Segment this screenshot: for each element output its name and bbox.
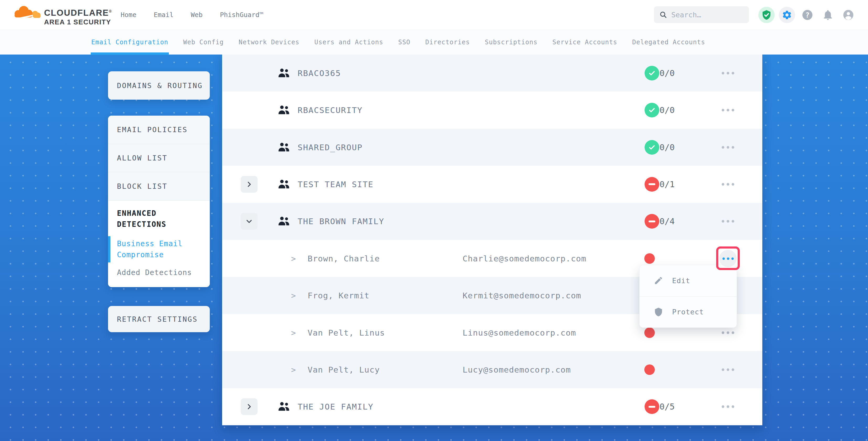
notifications-button[interactable]	[820, 7, 836, 23]
sidebar-item-label: EMAIL POLICIES	[117, 126, 188, 134]
settings-button[interactable]	[779, 7, 795, 23]
enhanced-detections-title[interactable]: ENHANCED DETECTIONS	[117, 208, 201, 230]
table-row: RBACSECURITY 0/0	[222, 92, 762, 128]
group-icon	[278, 104, 290, 116]
status-blocked-icon	[645, 177, 659, 192]
header-icons: ?	[758, 0, 857, 30]
member-chevron: >	[291, 365, 296, 374]
group-icon	[278, 401, 290, 412]
sidebar-item-allow-list[interactable]: ALLOW LIST	[108, 144, 210, 172]
cloudflare-logo[interactable]: CLOUDFLARE® AREA 1 SECURITY	[11, 2, 112, 25]
chevron-right-icon	[245, 181, 253, 188]
group-icon	[278, 141, 290, 153]
table-row: RBACO365 0/0	[222, 55, 762, 92]
tab-delegated-accounts[interactable]: Delegated Accounts	[632, 30, 705, 55]
protected-count: 0/4	[659, 216, 675, 226]
row-actions-button[interactable]	[717, 103, 739, 118]
protected-count: 0/5	[659, 402, 675, 412]
group-name: SHARED_GROUP	[298, 143, 363, 152]
pencil-icon	[654, 276, 663, 285]
tab-email-configuration[interactable]: Email Configuration	[91, 30, 168, 55]
protection-status-button[interactable]	[758, 7, 775, 23]
chevron-right-icon	[245, 403, 253, 410]
sidebar-item-label: BLOCK LIST	[117, 182, 167, 190]
brand-name: CLOUDFLARE	[44, 8, 109, 18]
avatar-icon	[842, 9, 855, 21]
table-row: > Van Pelt, Lucy Lucy@somedemocorp.com	[222, 351, 762, 388]
sidebar-item-label: DOMAINS & ROUTING	[117, 82, 203, 90]
menu-item-label: Protect	[672, 308, 704, 316]
sub-brand: AREA 1 SECURITY	[44, 19, 112, 25]
row-actions-button-active[interactable]	[719, 250, 737, 267]
member-chevron: >	[291, 328, 296, 337]
top-nav: Home Email Web PhishGuard™	[121, 0, 263, 30]
help-icon: ?	[801, 9, 813, 21]
group-name: TEST TEAM SITE	[298, 180, 373, 189]
svg-text:?: ?	[805, 11, 809, 19]
sidebar-section-enhanced-detections: ENHANCED DETECTIONS Business Email Compr…	[108, 200, 210, 287]
group-name: RBACSECURITY	[298, 105, 363, 115]
nav-web[interactable]: Web	[191, 11, 203, 19]
member-email: Lucy@somedemocorp.com	[463, 365, 571, 374]
account-button[interactable]	[840, 7, 857, 23]
status-dot-icon	[644, 327, 655, 338]
sidebar-policies-card: EMAIL POLICIES ALLOW LIST BLOCK LIST ENH…	[108, 116, 210, 287]
row-actions-button[interactable]	[717, 214, 739, 229]
tab-directories[interactable]: Directories	[425, 30, 470, 55]
row-actions-button[interactable]	[717, 363, 739, 377]
status-ok-icon	[645, 140, 659, 155]
collapse-button[interactable]	[241, 213, 257, 230]
expand-button[interactable]	[241, 176, 257, 193]
menu-item-label: Edit	[672, 277, 690, 285]
gear-icon	[782, 10, 792, 20]
nav-email[interactable]: Email	[154, 11, 173, 19]
search-box[interactable]	[654, 6, 749, 23]
row-actions-button[interactable]	[717, 399, 739, 414]
app-header: CLOUDFLARE® AREA 1 SECURITY Home Email W…	[0, 0, 868, 30]
group-icon	[278, 216, 290, 227]
member-email: Charlie@somedemocorp.com	[463, 254, 586, 263]
protected-count: 0/1	[659, 179, 675, 189]
sidebar-item-email-policies[interactable]: EMAIL POLICIES	[108, 116, 210, 144]
tab-subscriptions[interactable]: Subscriptions	[485, 30, 537, 55]
content-area: DOMAINS & ROUTING EMAIL POLICIES ALLOW L…	[0, 55, 868, 441]
row-actions-button[interactable]	[717, 140, 739, 155]
nav-home[interactable]: Home	[121, 11, 136, 19]
shield-check-icon	[761, 10, 772, 20]
status-blocked-icon	[645, 399, 659, 414]
row-actions-button[interactable]	[717, 177, 739, 192]
table-row: SHARED_GROUP 0/0	[222, 129, 762, 166]
row-actions-button[interactable]	[717, 66, 739, 81]
chevron-down-icon	[245, 218, 253, 225]
tab-network-devices[interactable]: Network Devices	[239, 30, 300, 55]
nav-phishguard[interactable]: PhishGuard™	[220, 11, 264, 19]
expand-button[interactable]	[241, 398, 257, 415]
member-name: Frog, Kermit	[308, 291, 370, 300]
table-row: TEST TEAM SITE 0/1	[222, 166, 762, 203]
protected-count: 0/0	[659, 105, 675, 115]
sidebar-item-block-list[interactable]: BLOCK LIST	[108, 172, 210, 200]
sidebar-item-business-email-compromise[interactable]: Business Email Compromise	[117, 238, 201, 260]
group-name: RBACO365	[298, 68, 341, 78]
menu-item-edit[interactable]: Edit	[640, 265, 737, 296]
status-ok-icon	[645, 103, 659, 118]
sidebar-item-label: RETRACT SETTINGS	[117, 315, 198, 323]
tab-service-accounts[interactable]: Service Accounts	[553, 30, 617, 55]
menu-item-protect[interactable]: Protect	[640, 296, 737, 328]
sidebar-item-label: ALLOW LIST	[117, 154, 167, 162]
sidebar-item-added-detections[interactable]: Added Detections	[117, 268, 201, 277]
search-input[interactable]	[671, 11, 744, 19]
groups-table: RBACO365 0/0 RBACSECURITY 0/0 SHARED_GRO…	[222, 55, 762, 425]
sidebar-item-domains-routing[interactable]: DOMAINS & ROUTING	[108, 71, 210, 100]
status-dot-icon	[644, 253, 655, 264]
member-chevron: >	[291, 291, 296, 300]
protected-count: 0/0	[659, 68, 675, 78]
tab-sso[interactable]: SSO	[398, 30, 410, 55]
help-button[interactable]: ?	[799, 7, 815, 23]
tab-users-and-actions[interactable]: Users and Actions	[314, 30, 383, 55]
status-blocked-icon	[645, 214, 659, 229]
row-context-menu: Edit Protect	[639, 265, 737, 328]
registered-mark: ®	[109, 9, 112, 13]
tab-web-config[interactable]: Web Config	[183, 30, 224, 55]
sidebar-item-retract-settings[interactable]: RETRACT SETTINGS	[108, 306, 210, 332]
